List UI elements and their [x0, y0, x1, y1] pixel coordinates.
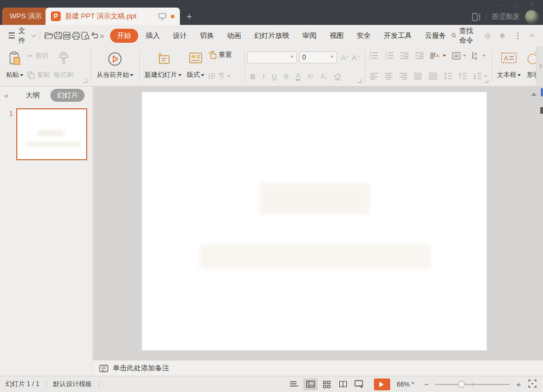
file-menu[interactable]: 文件 [0, 26, 35, 45]
more-quick-tools-button[interactable]: » [99, 30, 105, 42]
align-right-icon[interactable] [399, 73, 408, 80]
layout-button[interactable]: 版式 [184, 50, 207, 81]
strikethrough-button[interactable]: S [284, 73, 289, 81]
fit-to-window-button[interactable] [528, 380, 536, 389]
tab-cloud[interactable]: 云服务 [419, 29, 451, 43]
maximize-button[interactable]: ▢ [507, 0, 523, 9]
template-name[interactable]: 默认设计模板 [53, 380, 92, 389]
format-painter-button[interactable]: 格式刷 [51, 50, 76, 81]
font-size-select[interactable]: 0 [299, 51, 337, 63]
vertical-text-layout-button[interactable]: AB [472, 51, 486, 60]
tab-slideshow[interactable]: 幻灯片放映 [249, 29, 295, 43]
slide-canvas[interactable] [93, 87, 543, 360]
feedback-smiley-icon[interactable] [485, 31, 490, 40]
copy-label: 复制 [37, 70, 50, 80]
tab-review[interactable]: 审阅 [297, 29, 322, 43]
notes-toggle-button[interactable] [287, 378, 301, 390]
export-pdf-button[interactable]: PDF [62, 30, 72, 42]
zoom-in-button[interactable]: + [514, 380, 523, 389]
reset-label: 重置 [219, 50, 232, 60]
bullets-icon[interactable] [370, 52, 379, 59]
font-group-expand[interactable] [358, 79, 361, 83]
tab-developer[interactable]: 开发工具 [378, 29, 417, 43]
new-tab-button[interactable]: + [186, 12, 192, 22]
tab-insert[interactable]: 插入 [140, 29, 165, 43]
copy-button[interactable]: 复制 [27, 70, 50, 80]
zoom-slider-track[interactable] [435, 384, 510, 385]
print-preview-button[interactable] [81, 30, 90, 42]
paste-button[interactable]: 粘贴 [3, 50, 26, 81]
align-text-button[interactable] [452, 52, 466, 60]
increase-font-button[interactable]: A⁺ [341, 54, 350, 62]
tab-view[interactable]: 视图 [324, 29, 349, 43]
zoom-level-control[interactable]: 66% [397, 381, 415, 388]
decrease-font-button[interactable]: A⁻ [352, 54, 360, 62]
dock-side-icon[interactable] [472, 13, 481, 21]
scrollbar-up-arrow[interactable] [531, 90, 536, 96]
numbering-icon[interactable] [385, 52, 394, 59]
faint-subtitle-placeholder[interactable] [200, 244, 431, 269]
ribbon-scroll-right[interactable] [536, 46, 543, 86]
text-direction-button[interactable]: A [430, 52, 446, 60]
superscript-button[interactable]: X² [307, 73, 313, 80]
clipboard-group-expand[interactable] [83, 79, 87, 83]
collapse-ribbon-icon[interactable] [529, 34, 534, 38]
outline-tab[interactable]: 大纲 [19, 89, 46, 102]
paragraph-group-expand[interactable] [484, 79, 488, 83]
find-command-button[interactable]: 查找命令 [451, 26, 476, 45]
align-left-icon[interactable] [370, 73, 378, 80]
faint-title-placeholder[interactable] [260, 183, 370, 214]
zoom-out-button[interactable]: − [422, 380, 431, 389]
document-tab[interactable]: P 新建 PPT 演示文稿.ppt [46, 8, 180, 25]
settings-gear-icon[interactable] [500, 31, 505, 40]
app-home-tab[interactable]: WPS 演示 [2, 8, 49, 25]
more-options-dots-icon[interactable]: ⋮ [514, 31, 522, 41]
font-color-button[interactable]: A [296, 73, 301, 81]
tab-animations[interactable]: 动画 [222, 29, 247, 43]
font-name-select[interactable] [247, 51, 297, 63]
collapse-panel-button[interactable]: « [4, 92, 7, 100]
increase-indent-icon[interactable] [415, 52, 424, 59]
close-button[interactable]: ✕ [523, 0, 540, 9]
cut-button[interactable]: ✂ 剪切 [27, 51, 50, 61]
tab-security[interactable]: 安全 [351, 29, 376, 43]
notes-bar[interactable]: 单击此处添加备注 [93, 360, 543, 376]
justify-icon[interactable] [413, 73, 422, 80]
bold-button[interactable]: B [250, 73, 255, 81]
textbox-button[interactable]: A 文本框 [494, 50, 523, 81]
slide-sorter-view-button[interactable] [320, 378, 334, 390]
reading-view-button[interactable] [336, 378, 350, 390]
svg-text:B: B [475, 56, 477, 60]
tab-design[interactable]: 设计 [167, 29, 192, 43]
undo-button[interactable] [90, 30, 99, 42]
underline-button[interactable]: U [272, 73, 276, 81]
save-button[interactable] [54, 30, 62, 42]
print-button[interactable] [72, 30, 81, 42]
line-spacing-icon[interactable] [444, 73, 452, 80]
paragraph-spacing-icon[interactable] [458, 73, 467, 80]
paste-label: 粘贴 [6, 70, 19, 80]
username-label[interactable]: 墨涩颓废 [492, 12, 520, 22]
slides-tab[interactable]: 幻灯片 [50, 89, 85, 102]
user-avatar[interactable] [525, 10, 539, 24]
distribute-text-icon[interactable] [428, 73, 438, 80]
reset-slide-button[interactable]: 重置 [208, 50, 232, 60]
clear-format-eraser-icon[interactable] [334, 73, 342, 80]
open-file-button[interactable] [44, 30, 54, 42]
play-from-current-button[interactable]: 从当前开始 [94, 50, 136, 81]
section-button[interactable]: 节 [208, 71, 232, 81]
tab-home[interactable]: 开始 [110, 29, 138, 43]
play-slideshow-button[interactable] [374, 378, 390, 390]
new-slide-button[interactable]: 新建幻灯片 [142, 50, 184, 81]
italic-button[interactable]: I [262, 72, 264, 81]
slide-editing-area[interactable] [142, 92, 487, 350]
decrease-indent-icon[interactable] [400, 52, 409, 59]
slideshow-view-button[interactable] [352, 378, 366, 390]
subscript-button[interactable]: X₂ [320, 73, 327, 80]
minimize-button[interactable]: — [491, 0, 507, 9]
slide-thumbnail[interactable] [16, 108, 87, 160]
align-center-icon[interactable] [384, 73, 393, 80]
zoom-slider-thumb[interactable] [458, 381, 465, 388]
normal-view-button[interactable] [303, 378, 318, 390]
tab-transitions[interactable]: 切换 [195, 29, 219, 43]
